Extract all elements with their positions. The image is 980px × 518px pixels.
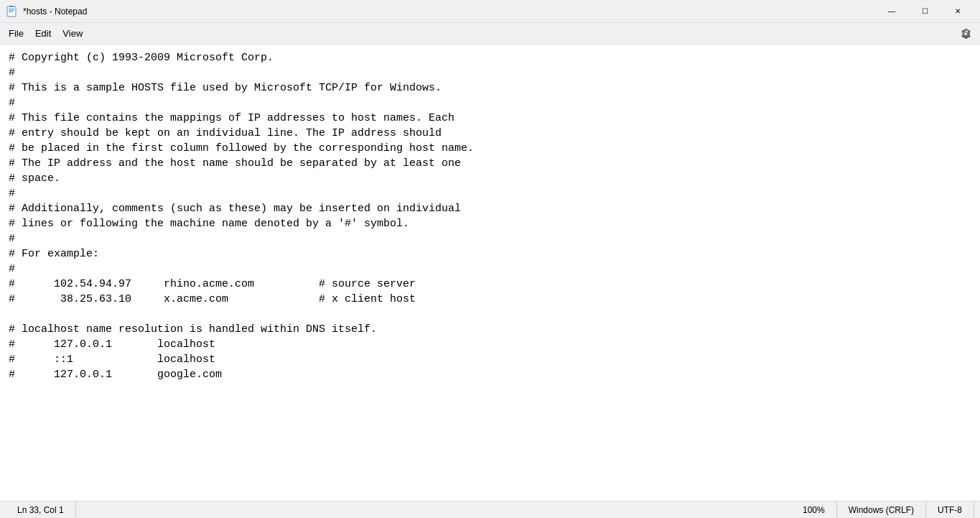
minimize-button[interactable]: — [875, 0, 908, 23]
svg-rect-3 [9, 11, 13, 12]
svg-rect-2 [9, 10, 14, 11]
window-title: *hosts - Notepad [23, 6, 875, 17]
line-ending: Windows (CRLF) [837, 501, 926, 518]
svg-rect-1 [9, 9, 14, 9]
status-bar: Ln 33, Col 1 100% Windows (CRLF) UTF-8 [0, 501, 980, 518]
encoding: UTF-8 [926, 501, 974, 518]
edit-menu[interactable]: Edit [29, 25, 57, 42]
settings-icon[interactable] [954, 23, 977, 45]
close-button[interactable]: ✕ [941, 0, 974, 23]
maximize-button[interactable]: ☐ [908, 0, 941, 23]
zoom-level: 100% [791, 501, 837, 518]
svg-rect-4 [9, 6, 14, 7]
file-menu[interactable]: File [3, 25, 29, 42]
menu-bar: File Edit View [0, 23, 980, 45]
app-icon [6, 6, 17, 17]
window-controls: — ☐ ✕ [875, 0, 974, 23]
editor-area[interactable]: # Copyright (c) 1993-2009 Microsoft Corp… [0, 45, 980, 501]
cursor-position: Ln 33, Col 1 [6, 501, 76, 518]
view-menu[interactable]: View [57, 25, 88, 42]
editor-content[interactable]: # Copyright (c) 1993-2009 Microsoft Corp… [9, 50, 971, 495]
title-bar: *hosts - Notepad — ☐ ✕ [0, 0, 980, 23]
